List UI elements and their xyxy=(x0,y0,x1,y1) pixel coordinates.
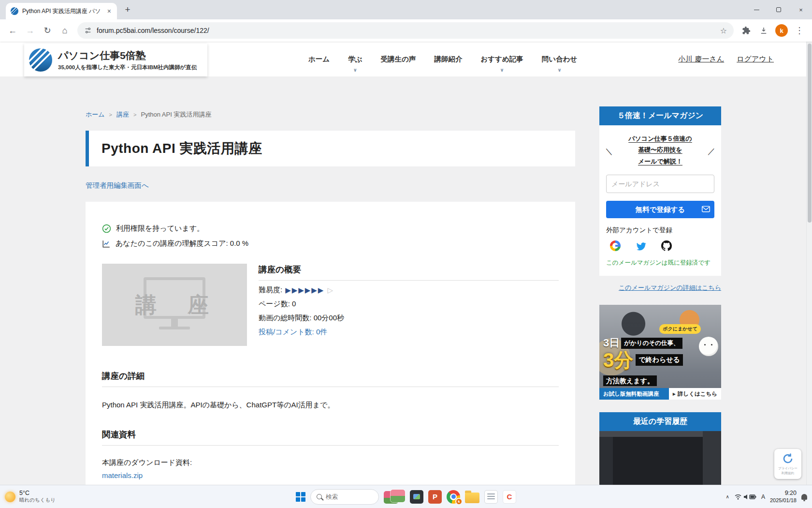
tray-status-icons[interactable] xyxy=(734,493,756,501)
ad-bottom-text: 方法教えます。 xyxy=(603,375,657,386)
sidebar: ５倍速！メールマガジン ＼ パソコン仕事５倍速の 基礎〜応用技を メールで解説！… xyxy=(599,106,721,499)
logout-link[interactable]: ログアウト xyxy=(737,55,774,64)
extensions-icon[interactable] xyxy=(739,23,754,38)
materials-section: 関連資料 本講座のダウンロード資料: materials.zip xyxy=(102,429,559,480)
nav-item-articles[interactable]: おすすめ記事∨ xyxy=(480,42,523,76)
user-name-link[interactable]: 小川 慶一さん xyxy=(678,55,724,64)
nav-label: 問い合わせ xyxy=(542,55,578,64)
powerpoint-icon[interactable]: P xyxy=(428,490,442,504)
ad-line-2: 3分 で終わらせる xyxy=(603,350,683,370)
ad-line-3: 方法教えます。 xyxy=(603,376,657,386)
nav-item-instructors[interactable]: 講師紹介 xyxy=(434,42,462,76)
details-heading: 講座の詳細 xyxy=(102,370,559,387)
ime-indicator[interactable]: A xyxy=(761,493,765,500)
course-card: 利用権限を持っています。 あなたのこの講座の理解度スコア: 0.0 % 講 座 … xyxy=(86,202,575,508)
breadcrumb-current: Python API 実践活用講座 xyxy=(141,110,211,119)
system-tray: ∧ A 9:20 2025/01/18 xyxy=(726,485,807,508)
newsletter-details-link[interactable]: このメールマガジンの詳細はこちら xyxy=(599,284,721,292)
page-title-card: Python API 実践活用講座 xyxy=(86,131,575,166)
weather-desc: 晴れのちくもり xyxy=(19,497,56,504)
tab-close-icon[interactable]: × xyxy=(105,7,113,15)
new-tab-button[interactable]: + xyxy=(121,3,134,16)
chrome-icon[interactable]: k xyxy=(447,490,460,504)
twitter-icon[interactable] xyxy=(635,240,647,251)
envelope-icon xyxy=(702,206,710,212)
chevron-down-icon: ∨ xyxy=(500,67,504,73)
chevron-down-icon: ∨ xyxy=(557,67,561,73)
nav-item-contact[interactable]: 問い合わせ∨ xyxy=(542,42,578,76)
newsletter-submit-button[interactable]: 無料で登録する xyxy=(606,201,714,218)
browser-toolbar: ← → ↻ ⌂ forum.pc5bai.com/lesson/course/1… xyxy=(0,19,812,42)
address-bar[interactable]: forum.pc5bai.com/lesson/course/122/ ☆ xyxy=(77,22,734,39)
window-maximize-button[interactable] xyxy=(768,0,790,19)
ad-big-text: 3分 xyxy=(603,350,633,370)
nav-label: 講師紹介 xyxy=(434,55,462,64)
ad-cta-link[interactable]: ▶ 詳しくはこちら xyxy=(669,388,721,400)
notepad-icon[interactable] xyxy=(484,490,498,504)
reload-button[interactable]: ↻ xyxy=(40,23,55,38)
github-icon[interactable] xyxy=(661,240,672,251)
forward-button[interactable]: → xyxy=(22,23,38,38)
window-close-button[interactable]: × xyxy=(790,0,812,19)
materials-download-link[interactable]: materials.zip xyxy=(102,471,143,479)
admin-edit-link[interactable]: 管理者用編集画面へ xyxy=(86,181,149,190)
page-body: ホーム > 講座 > Python API 実践活用講座 Python API … xyxy=(0,76,812,508)
photo-icon xyxy=(413,494,420,499)
weather-temp: 5°C xyxy=(19,490,56,496)
google-icon[interactable] xyxy=(610,240,621,251)
back-button[interactable]: ← xyxy=(5,23,20,38)
profile-avatar[interactable]: k xyxy=(775,24,788,37)
downloads-icon[interactable] xyxy=(756,23,771,38)
nav-label: ホーム xyxy=(308,55,330,64)
page-scrollbar[interactable] xyxy=(806,42,812,485)
browser-tab[interactable]: Python API 実践活用講座 パソコ × xyxy=(6,3,117,19)
browser-menu-icon[interactable]: ⋮ xyxy=(792,23,807,38)
widgets-icon[interactable] xyxy=(384,490,405,504)
browser-tab-strip: Python API 実践活用講座 パソコ × + × xyxy=(0,0,812,19)
site-info-icon[interactable] xyxy=(84,27,92,34)
window-minimize-button[interactable] xyxy=(745,0,768,19)
site-logo-icon xyxy=(29,48,52,72)
nav-item-learn[interactable]: 学ぶ∨ xyxy=(348,42,362,76)
start-button[interactable] xyxy=(296,492,305,502)
tray-chevron-icon[interactable]: ∧ xyxy=(726,494,729,499)
history-title: 最近の学習履歴 xyxy=(599,412,721,431)
tab-title: Python API 実践活用講座 パソコ xyxy=(22,7,102,15)
recaptcha-icon xyxy=(782,453,794,464)
nav-item-home[interactable]: ホーム xyxy=(308,42,330,76)
comments-count-link[interactable]: 投稿/コメント数: 0件 xyxy=(259,328,559,337)
photos-app-icon[interactable] xyxy=(410,490,423,504)
ad-top-big: 3日 xyxy=(603,336,620,350)
clipchamp-icon[interactable]: C xyxy=(503,490,516,504)
breadcrumb-home-link[interactable]: ホーム xyxy=(86,110,105,119)
breadcrumb-separator: > xyxy=(133,112,136,118)
notification-bell-icon[interactable] xyxy=(801,494,807,500)
taskbar-search[interactable] xyxy=(310,489,379,505)
taskbar-clock[interactable]: 9:20 2025/01/18 xyxy=(770,489,797,504)
weather-widget[interactable]: 5°C 晴れのちくもり xyxy=(5,485,56,508)
widget-thumb-2 xyxy=(391,490,405,502)
chrome-profile-badge: k xyxy=(455,498,463,505)
bookmark-star-icon[interactable]: ☆ xyxy=(715,26,732,35)
nav-item-voices[interactable]: 受講生の声 xyxy=(381,42,416,76)
social-login-row xyxy=(606,240,714,251)
site-logo[interactable]: パソコン仕事5倍塾 35,000人を指導した東大卒・元日本IBM社内講師が直伝 xyxy=(24,44,207,76)
breadcrumb-courses-link[interactable]: 講座 xyxy=(116,110,129,119)
minimize-icon xyxy=(754,10,759,10)
file-explorer-icon[interactable] xyxy=(465,493,479,503)
permission-status: 利用権限を持っています。 xyxy=(102,224,559,233)
newsletter-title: ５倍速！メールマガジン xyxy=(599,106,721,125)
recaptcha-badge[interactable]: プライバシー 利用規約 xyxy=(774,449,801,479)
url-text[interactable]: forum.pc5bai.com/lesson/course/122/ xyxy=(97,27,710,34)
search-input[interactable] xyxy=(326,493,370,500)
taskbar-center: P k C xyxy=(296,485,516,508)
site-favicon xyxy=(11,7,18,15)
clock-time: 9:20 xyxy=(770,489,797,497)
promo-line: メールで解説！ xyxy=(613,156,708,167)
promo-deco-left: ＼ xyxy=(605,147,613,157)
scrollbar-thumb[interactable] xyxy=(808,44,812,223)
email-input[interactable] xyxy=(606,175,714,193)
home-button[interactable]: ⌂ xyxy=(57,23,72,38)
ad-banner[interactable]: 3日 がかりのその仕事、 ボクにまかせて 3分 で終わらせる 方法教えます。 お… xyxy=(599,305,721,400)
ad-cta-bar: お試し版無料動画講座 ▶ 詳しくはこちら xyxy=(599,388,721,400)
